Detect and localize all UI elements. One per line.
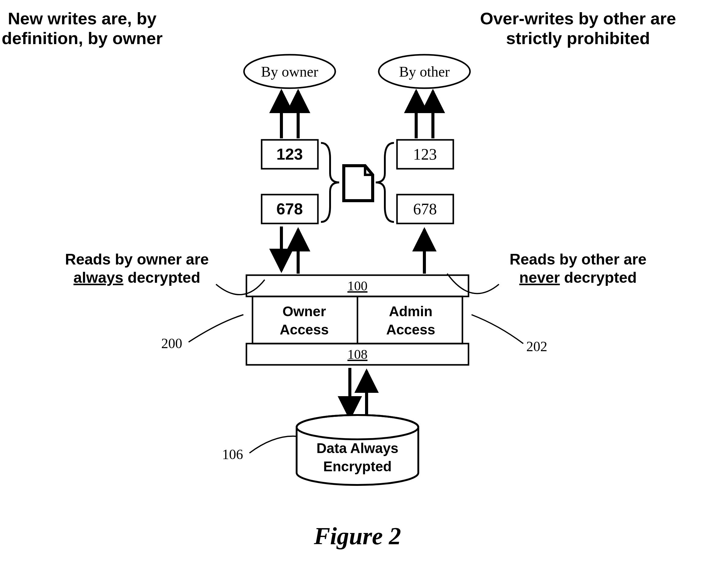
leader-right — [447, 274, 499, 293]
mid-right-word: never — [519, 269, 560, 286]
right-box-top-text: 123 — [413, 146, 437, 163]
db-line2: Encrypted — [323, 458, 392, 474]
access-left-line2: Access — [280, 322, 329, 337]
leader-202 — [472, 315, 523, 343]
ref-202: 202 — [526, 339, 547, 354]
document-icon — [344, 166, 373, 201]
access-right-line1: Admin — [389, 303, 432, 319]
mid-left-word: always — [74, 269, 124, 286]
leader-left — [216, 280, 265, 294]
access-top-ref: 100 — [347, 279, 367, 293]
svg-text:never
     
    decrypted: never decrypted — [519, 269, 637, 286]
mid-right-line1: Reads by other are — [510, 251, 646, 268]
db-line1: Data Always — [316, 440, 398, 456]
access-bottom-ref: 108 — [347, 347, 367, 362]
mid-left-line1: Reads by owner are — [65, 251, 209, 268]
mid-left-suffix: decrypted — [127, 269, 200, 286]
right-box-bottom-text: 678 — [413, 200, 437, 218]
ref-106: 106 — [222, 447, 243, 462]
left-box-top-text: 123 — [277, 145, 303, 163]
owner-ellipse-label: By owner — [261, 64, 318, 80]
header-left-line2: definition, by owner — [2, 29, 163, 48]
mid-right-suffix: decrypted — [564, 269, 637, 286]
ref-200: 200 — [161, 336, 182, 351]
header-right-line1: Over-writes by other are — [480, 9, 676, 28]
svg-text:always
     
    decrypted: always decrypted — [74, 269, 200, 286]
right-brace — [376, 143, 394, 222]
access-left-line1: Owner — [282, 303, 326, 319]
access-right-line2: Access — [386, 322, 435, 337]
left-box-bottom-text: 678 — [277, 200, 303, 218]
header-left-line1: New writes are, by — [8, 9, 157, 28]
header-right-line2: strictly prohibited — [506, 29, 650, 48]
figure-caption: Figure 2 — [314, 523, 401, 549]
left-brace — [321, 143, 339, 222]
leader-106 — [249, 436, 297, 453]
leader-200 — [189, 315, 243, 342]
other-ellipse-label: By other — [399, 64, 450, 80]
